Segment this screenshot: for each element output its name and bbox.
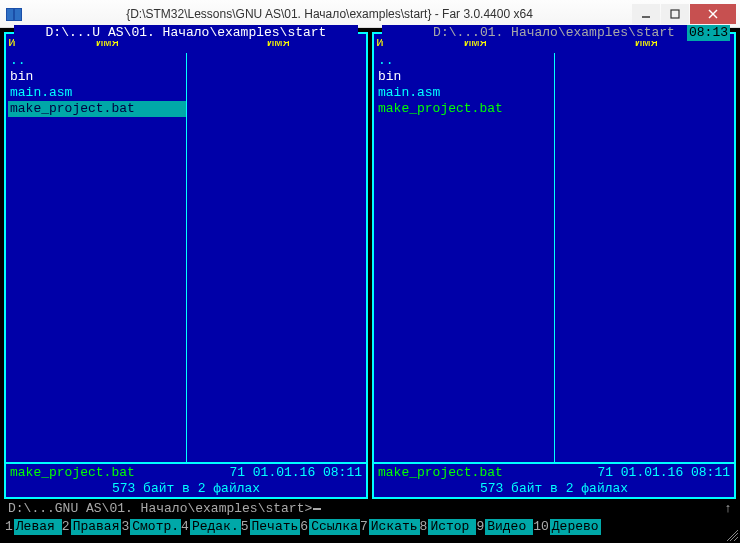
left-panel[interactable]: D:\...U AS\01. Начало\examples\start и И… [4,32,368,499]
right-col2 [555,53,733,462]
right-panel-footer: make_project.bat 71 01.01.16 08:11 [374,462,734,482]
minimize-icon [641,9,651,19]
fkey-label: Видео [485,519,533,535]
fkey-number: 1 [5,519,14,535]
left-panel-path[interactable]: D:\...U AS\01. Начало\examples\start [14,25,358,41]
maximize-icon [670,9,680,19]
fkey-number: 8 [420,519,429,535]
right-panel-path[interactable]: D:\...01. Начало\examples\start [382,25,726,41]
fkey-number: 6 [300,519,309,535]
fkey-number: 9 [476,519,485,535]
fkey-3[interactable]: 3Смотр. [121,518,181,535]
minimize-button[interactable] [632,4,660,24]
fkey-number: 5 [241,519,250,535]
fkey-label: Левая [14,519,62,535]
left-current-file: make_project.bat [10,465,229,481]
fkey-10[interactable]: 10Дерево [533,518,600,535]
left-col1: ..binmain.asmmake_project.bat [8,53,187,462]
left-file-info: 71 01.01.16 08:11 [229,465,362,481]
window-buttons [631,4,736,24]
fkey-label: Дерево [550,519,601,535]
close-button[interactable] [690,4,736,24]
command-line[interactable]: D:\...GNU AS\01. Начало\examples\start> … [4,499,736,517]
left-panel-footer: make_project.bat 71 01.01.16 08:11 [6,462,366,482]
titlebar[interactable]: {D:\STM32\Lessons\GNU AS\01. Начало\exam… [0,0,740,28]
file-item[interactable]: bin [8,69,186,85]
fkey-4[interactable]: 4Редак. [181,518,241,535]
fkey-number: 10 [533,519,550,535]
resize-grip-icon[interactable] [726,529,738,541]
fkey-label: Печать [250,519,301,535]
right-summary: 573 байт в 2 файлах [374,481,734,497]
maximize-button[interactable] [661,4,689,24]
fkey-label: Искать [369,519,420,535]
left-panel-body: ..binmain.asmmake_project.bat [6,53,366,462]
file-item[interactable]: .. [8,53,186,69]
right-file-info: 71 01.01.16 08:11 [597,465,730,481]
terminal: D:\...U AS\01. Начало\examples\start и И… [0,28,740,543]
fkey-1[interactable]: 1Левая [5,518,62,535]
indicator-icon: ↑ [724,501,732,517]
right-file-list: ..binmain.asmmake_project.bat [376,53,554,117]
fkey-number: 2 [62,519,71,535]
window-frame: {D:\STM32\Lessons\GNU AS\01. Начало\exam… [0,0,740,543]
fkey-6[interactable]: 6Ссылка [300,518,360,535]
file-item[interactable]: make_project.bat [376,101,554,117]
right-current-file: make_project.bat [378,465,597,481]
prompt: D:\...GNU AS\01. Начало\examples\start> [8,501,312,517]
file-item[interactable]: .. [376,53,554,69]
fkey-2[interactable]: 2Правая [62,518,122,535]
left-col2 [187,53,365,462]
fkey-5[interactable]: 5Печать [241,518,301,535]
panels: D:\...U AS\01. Начало\examples\start и И… [4,32,736,499]
fkey-7[interactable]: 7Искать [360,518,420,535]
function-key-bar: 1Левая 2Правая3Смотр.4Редак.5Печать6Ссыл… [4,517,736,539]
fkey-label: Редак. [190,519,241,535]
window-title: {D:\STM32\Lessons\GNU AS\01. Начало\exam… [28,7,631,21]
fkey-label: Ссылка [309,519,360,535]
fkey-8[interactable]: 8Истор [420,518,477,535]
left-file-list: ..binmain.asmmake_project.bat [8,53,186,117]
right-col1: ..binmain.asmmake_project.bat [376,53,555,462]
file-item[interactable]: main.asm [8,85,186,101]
cursor-icon [313,508,321,510]
right-panel[interactable]: D:\...01. Начало\examples\start 08:13 и … [372,32,736,499]
fkey-number: 3 [121,519,130,535]
clock: 08:13 [687,25,730,41]
fkey-label: Истор [428,519,476,535]
fkey-number: 4 [181,519,190,535]
close-icon [708,9,718,19]
fkey-label: Смотр. [130,519,181,535]
right-panel-body: ..binmain.asmmake_project.bat [374,53,734,462]
left-summary: 573 байт в 2 файлах [6,481,366,497]
file-item[interactable]: main.asm [376,85,554,101]
svg-rect-1 [671,10,679,18]
file-item[interactable]: make_project.bat [8,101,186,117]
file-item[interactable]: bin [376,69,554,85]
app-icon [6,6,22,22]
fkey-label: Правая [71,519,122,535]
fkey-number: 7 [360,519,369,535]
fkey-9[interactable]: 9Видео [476,518,533,535]
